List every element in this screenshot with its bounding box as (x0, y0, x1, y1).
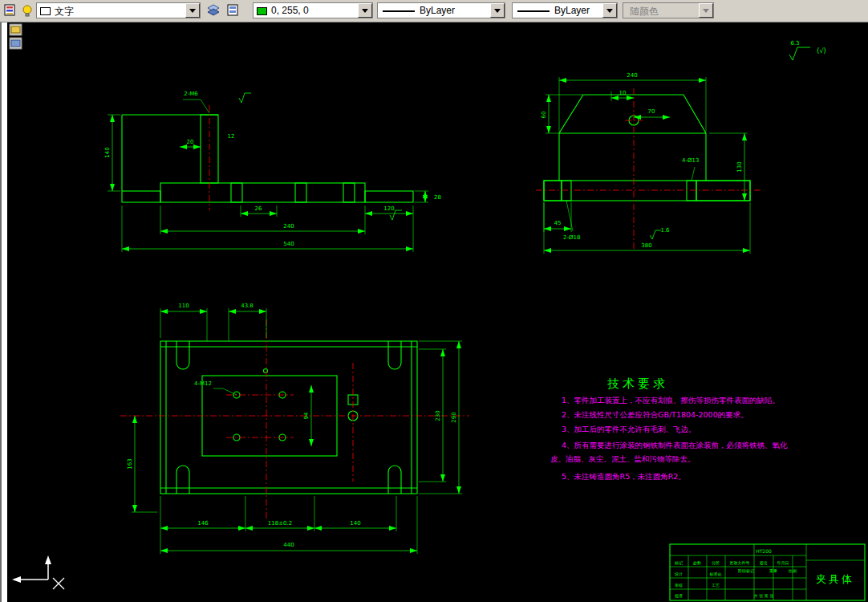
dimension-label: (√) (817, 47, 825, 55)
object-properties-toolbar: 文字 0, 255, 0 ByLayer ByLayer 随颜色 (0, 0, 868, 22)
layer-color-swatch (40, 7, 51, 15)
dimension-label: 2-M6 (184, 91, 198, 97)
docked-mini-icon-1[interactable] (10, 24, 22, 35)
plot-style-value: 随颜色 (630, 5, 659, 18)
tech-requirement-item: 皮、油脂、灰尘、泥土、盐和污物等除去。 (550, 454, 696, 463)
chevron-down-icon (703, 9, 709, 13)
tech-requirement-item: 2、未注线性尺寸公差应符合GB/T1804-2000的要求。 (562, 410, 748, 419)
dimension-label: 20 (187, 139, 194, 145)
color-swatch (257, 7, 267, 15)
lineweight-sample (517, 10, 550, 12)
dimension-label: 10 (619, 90, 627, 96)
color-combo-arrow[interactable] (358, 3, 372, 18)
dimension-label: 70 (648, 108, 655, 115)
cad-application-window: { "toolbar": { "layer": { "value": "文字" … (0, 0, 868, 602)
tech-requirements-title: 技术要求 (607, 376, 668, 391)
lineweight-combo[interactable]: ByLayer (512, 2, 618, 18)
tech-requirement-item: 3、加工后的零件不允许有毛刺、飞边。 (562, 425, 696, 433)
title-block-label: 年月日 (777, 560, 789, 566)
linetype-sample (383, 10, 415, 12)
dimension-label: 60 (541, 112, 547, 119)
title-block-label: 审核 (675, 583, 683, 588)
dimension-label: 163 (127, 458, 133, 469)
tech-requirement-item: 4、所有需要进行涂装的钢铁制件表面在涂装前，必须将铁锈、氧化 (562, 441, 788, 449)
title-block-label: 阶段标记 (738, 568, 754, 574)
dimension-label: 130 (736, 161, 743, 172)
dimension-label: 1.6 (660, 227, 670, 234)
dimension-label: 2-Ø18 (563, 234, 580, 241)
dimension-label: 146 (197, 520, 209, 527)
layer-current-icon (206, 3, 221, 18)
lineweight-combo-value: ByLayer (554, 5, 590, 16)
title-block-label: 更改文件号 (730, 560, 750, 565)
dimension-label: 45 (554, 220, 562, 226)
canvas-background (0, 22, 868, 602)
drawing-canvas[interactable]: 54024026120140202-M612282401060130380452… (0, 0, 868, 602)
part-name: 夹具体 (816, 573, 854, 585)
layer-combo-value: 文字 (55, 5, 74, 18)
title-block-label: 比例 (789, 568, 797, 574)
dimension-label: 540 (283, 241, 294, 247)
dimension-label: 380 (641, 242, 651, 249)
plot-style-combo: 随颜色 (623, 2, 714, 18)
dimension-label: 230 (435, 410, 441, 421)
title-block-label: 工艺 (712, 583, 720, 588)
dimension-label: 140 (350, 520, 360, 527)
dimension-label: 26 (255, 205, 262, 212)
layer-states-button[interactable] (18, 2, 36, 19)
dimension-label: 440 (283, 542, 294, 548)
linetype-combo[interactable]: ByLayer (377, 2, 505, 18)
dimension-label: 118±0.2 (268, 520, 292, 527)
make-object-layer-current-button[interactable] (205, 2, 222, 19)
dimension-label: 6.3 (790, 40, 799, 47)
title-block-label: 标准化 (709, 571, 722, 577)
title-block-label: 处数 (693, 560, 701, 566)
dimension-label: 94 (303, 412, 310, 419)
plot-style-arrow (699, 3, 713, 18)
dimension-label: 110 (178, 303, 189, 309)
tech-requirement-item: 5、未注铸造圆角R5，未注圆角R2。 (562, 472, 686, 481)
dimension-label: 4-Ø13 (682, 157, 699, 164)
linetype-combo-arrow[interactable] (490, 3, 505, 18)
title-block-label: 重量 (769, 568, 777, 573)
dimension-label: 120 (383, 205, 394, 212)
layer-bulb-icon (20, 3, 34, 18)
dimension-label: 4-M12 (194, 380, 212, 387)
docked-mini-icon-2[interactable] (10, 38, 22, 49)
title-block-label: 共 张 第 张 (754, 593, 774, 599)
layer-properties-manager-button[interactable] (2, 2, 19, 19)
dimension-label: 43.8 (241, 303, 254, 309)
layer-previous-icon (225, 3, 240, 18)
title-block-label: 设计 (674, 571, 683, 576)
dimension-label: 140 (104, 147, 111, 157)
title-block-label: 分区 (712, 560, 720, 565)
title-block-label: HT200 (756, 548, 772, 554)
linetype-combo-value: ByLayer (420, 5, 455, 16)
dimension-label: 240 (627, 72, 637, 79)
title-block-label: 标记 (674, 560, 683, 566)
lineweight-combo-arrow[interactable] (602, 3, 617, 18)
layer-previous-button[interactable] (224, 2, 241, 19)
layer-combo-arrow[interactable] (185, 3, 200, 18)
dimension-label: 290 (451, 412, 457, 422)
title-block-label: 签名 (760, 560, 768, 566)
title-block-label: 批准 (675, 593, 683, 599)
dimension-label: 240 (283, 223, 294, 230)
chevron-down-icon (189, 9, 196, 13)
dimension-label: 28 (434, 194, 441, 201)
chevron-down-icon (606, 9, 613, 13)
layers-stack-icon (3, 3, 18, 18)
chevron-down-icon (362, 9, 368, 13)
dimension-label: 12 (228, 133, 235, 140)
tech-requirement-item: 1、零件加工装置上，不应有划痕、擦伤等损伤零件表面的缺陷。 (562, 396, 780, 405)
color-combo-value: 0, 255, 0 (271, 5, 309, 16)
chevron-down-icon (494, 9, 501, 13)
color-combo[interactable]: 0, 255, 0 (253, 2, 373, 18)
layer-combo[interactable]: 文字 (36, 2, 201, 18)
